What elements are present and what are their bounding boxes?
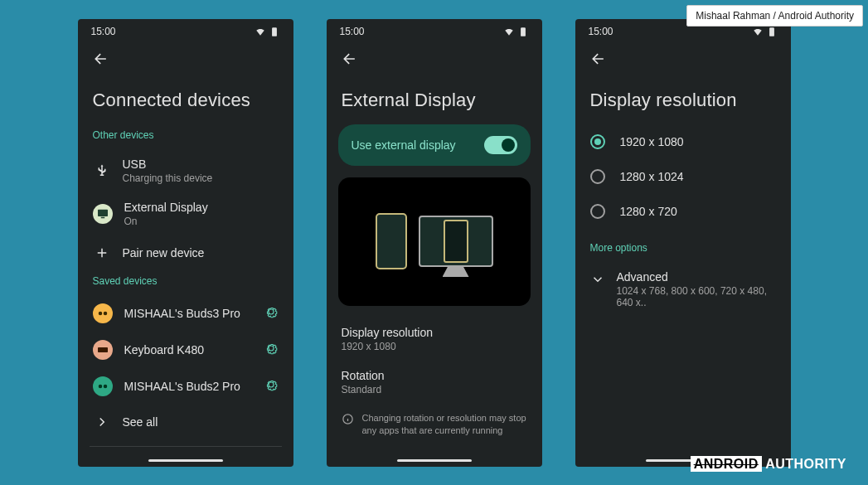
svg-rect-0 [272,27,277,36]
radio-label: 1280 x 720 [620,205,677,218]
arrow-left-icon [93,51,109,67]
section-more-options: More options [587,237,779,262]
earbuds-icon [93,376,113,396]
settings-gear-button[interactable] [264,304,279,322]
toggle-label: Use external display [352,138,456,152]
row-saved-device[interactable]: Keyboard K480 [90,332,282,368]
radio-unselected-icon [590,204,605,219]
radio-label: 1920 x 1080 [620,135,684,148]
back-button[interactable] [337,46,363,75]
row-external-display[interactable]: External Display On [90,192,282,235]
earbuds-icon [93,303,113,323]
radio-option[interactable]: 1920 x 1080 [587,124,779,159]
watermark-part2: AUTHORITY [762,457,846,471]
status-bar: 15:00 [78,19,293,41]
screen-connected-devices: 15:00 Connected devices Other devices US… [78,19,293,467]
rotation-title: Rotation [342,369,527,382]
row-saved-device[interactable]: MISHAAL's Buds3 Pro [90,295,282,332]
row-display-resolution[interactable]: Display resolution 1920 x 1080 [338,318,531,361]
warning-text-row: Changing rotation or resolution may stop… [338,404,531,446]
switch-on[interactable] [484,136,517,154]
credit-tooltip: Mishaal Rahman / Android Authority [686,5,863,27]
status-time: 15:00 [340,26,365,37]
radio-unselected-icon [590,169,605,184]
svg-rect-2 [100,216,104,218]
status-icons [255,26,280,37]
svg-point-3 [98,311,102,315]
see-all-label: See all [123,415,279,429]
row-connection-preferences[interactable]: Connection preferences Bluetooth, Androi… [90,453,282,456]
settings-gear-button[interactable] [264,377,279,395]
row-pair-new-device[interactable]: Pair new device [90,235,282,270]
row-usb[interactable]: USB Charging this device [90,149,282,192]
usb-subtitle: Charging this device [123,172,279,184]
device-name: Keyboard K480 [124,343,252,356]
watermark: ANDROID AUTHORITY [691,457,846,472]
back-button[interactable] [585,46,612,75]
radio-option[interactable]: 1280 x 720 [587,194,779,229]
arrow-left-icon [342,51,358,67]
battery-icon [517,26,529,37]
svg-point-7 [103,384,107,388]
status-time: 15:00 [91,26,116,37]
status-icons [752,26,778,37]
radio-option[interactable]: 1280 x 1024 [587,159,779,194]
extdisp-subtitle: On [124,216,279,227]
toggle-external-display[interactable]: Use external display [338,124,531,166]
chevron-right-icon [93,413,111,431]
extdisp-title: External Display [124,201,279,214]
settings-gear-button[interactable] [264,341,279,358]
screen-external-display: 15:00 External Display Use external disp… [327,19,542,467]
svg-point-6 [98,384,102,388]
svg-rect-10 [769,27,774,36]
res-subtitle: 1920 x 1080 [342,341,527,352]
radio-label: 1280 x 1024 [620,170,684,183]
svg-rect-8 [521,27,526,36]
monitor-icon [93,204,113,224]
device-name: MISHAAL's Buds2 Pro [124,380,252,393]
section-saved-devices: Saved devices [90,270,282,295]
wifi-icon [752,26,764,37]
page-title: Display resolution [575,75,791,124]
illustration-monitor-phone [444,220,468,263]
status-icons [503,26,529,37]
row-see-all[interactable]: See all [90,405,282,439]
back-button[interactable] [88,46,114,75]
row-rotation[interactable]: Rotation Standard [338,361,531,404]
illustration-phone [376,213,407,269]
gesture-bar[interactable] [397,459,472,462]
row-saved-device[interactable]: MISHAAL's Buds2 Pro [90,368,282,405]
chevron-down-icon [590,272,605,287]
svg-rect-1 [98,209,108,216]
wifi-icon [503,26,515,37]
screen-display-resolution: 15:00 Display resolution 1920 x 1080 128… [575,19,791,467]
display-illustration [338,177,531,306]
status-bar: 15:00 [327,19,542,41]
arrow-left-icon [590,51,607,67]
pair-title: Pair new device [123,246,279,259]
rotation-subtitle: Standard [342,384,527,395]
device-name: MISHAAL's Buds3 Pro [124,307,252,320]
info-icon [342,413,354,425]
warning-text: Changing rotation or resolution may stop… [362,412,527,438]
usb-title: USB [123,158,279,171]
svg-point-4 [103,311,107,315]
section-other-devices: Other devices [90,124,282,149]
plus-icon [93,244,111,262]
divider [90,446,282,447]
gesture-bar[interactable] [148,459,223,462]
keyboard-icon [93,340,113,360]
battery-icon [766,26,778,37]
watermark-part1: ANDROID [691,456,762,472]
advanced-subtitle: 1024 x 768, 800 x 600, 720 x 480, 640 x.… [617,285,776,308]
status-time: 15:00 [589,26,613,37]
page-title: External Display [327,75,542,124]
svg-rect-5 [98,347,108,352]
advanced-title: Advanced [617,270,776,284]
page-title: Connected devices [78,75,293,124]
row-advanced[interactable]: Advanced 1024 x 768, 800 x 600, 720 x 48… [587,262,779,317]
res-title: Display resolution [342,326,527,339]
wifi-icon [255,26,266,37]
battery-icon [269,26,280,37]
usb-icon [93,162,111,180]
